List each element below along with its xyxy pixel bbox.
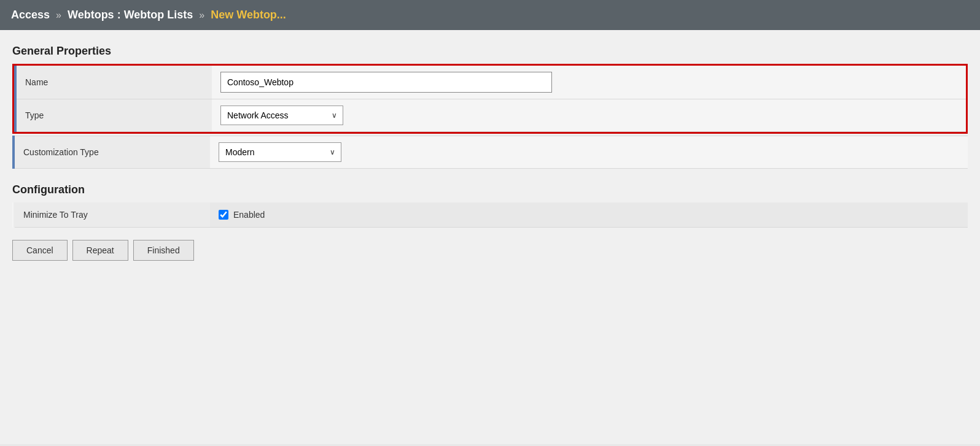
customization-table: Customization Type Modern Standard	[12, 136, 968, 169]
minimize-to-tray-value-cell: Enabled	[210, 202, 968, 228]
configuration-table: Minimize To Tray Enabled	[12, 202, 968, 228]
name-value-cell	[212, 66, 966, 99]
minimize-to-tray-label: Minimize To Tray	[14, 202, 210, 228]
name-row: Name	[15, 66, 966, 99]
type-label: Type	[15, 99, 212, 132]
customization-value-cell: Modern Standard	[210, 136, 968, 169]
customization-row: Customization Type Modern Standard	[14, 136, 968, 169]
name-label: Name	[15, 66, 212, 99]
breadcrumb-bar: Access » Webtops : Webtop Lists » New We…	[0, 0, 980, 30]
customization-label: Customization Type	[14, 136, 210, 169]
customization-select[interactable]: Modern Standard	[219, 142, 341, 162]
minimize-to-tray-row: Minimize To Tray Enabled	[14, 202, 968, 228]
breadcrumb-webtops: Webtops : Webtop Lists	[68, 9, 193, 21]
configuration-section: Configuration Minimize To Tray Enabled	[12, 183, 968, 228]
repeat-button[interactable]: Repeat	[72, 240, 128, 261]
name-input[interactable]	[220, 72, 552, 93]
enabled-checkbox[interactable]	[219, 210, 228, 220]
customization-select-wrapper: Modern Standard	[219, 142, 341, 162]
breadcrumb-access: Access	[11, 9, 50, 21]
cancel-button[interactable]: Cancel	[12, 240, 68, 261]
general-properties-heading: General Properties	[12, 45, 968, 58]
type-row: Type Network Access Full Slim	[15, 99, 966, 132]
general-properties-table: Name Type Network Access Full Slim	[14, 66, 966, 132]
button-row: Cancel Repeat Finished	[12, 240, 968, 261]
type-select-wrapper: Network Access Full Slim	[220, 106, 343, 125]
enabled-checkbox-label[interactable]: Enabled	[219, 210, 959, 220]
type-select[interactable]: Network Access Full Slim	[220, 106, 343, 125]
enabled-label-text: Enabled	[233, 210, 265, 220]
main-content: General Properties Name Type	[0, 30, 980, 444]
breadcrumb-current: New Webtop...	[211, 9, 286, 21]
breadcrumb-separator-2: »	[199, 10, 204, 21]
configuration-heading: Configuration	[12, 183, 968, 196]
finished-button[interactable]: Finished	[133, 240, 194, 261]
highlight-box: Name Type Network Access Full Slim	[12, 64, 968, 134]
type-value-cell: Network Access Full Slim	[212, 99, 966, 132]
breadcrumb-separator-1: »	[56, 10, 61, 21]
